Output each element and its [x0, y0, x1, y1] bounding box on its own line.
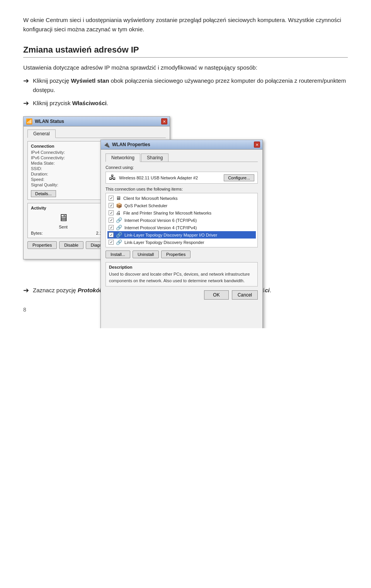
bullet2-bold: Właściwości — [72, 100, 107, 106]
bullet1-bold: Wyświetl stan — [71, 77, 109, 84]
intro-para2: Ustawienia dotyczące adresów IP można sp… — [23, 63, 348, 72]
sent-pc-icon: 🖥 — [58, 212, 68, 224]
configure-button[interactable]: Configure... — [224, 174, 254, 181]
checkbox-lltd-responder[interactable] — [109, 240, 114, 245]
wlan-props-title-bar: 🔌 WLAN Properties ✕ — [101, 140, 262, 150]
item-label-client-networks: Client for Microsoft Networks — [123, 196, 178, 201]
section-divider — [23, 57, 348, 58]
wlan-status-close-btn[interactable]: ✕ — [161, 118, 167, 124]
cancel-button[interactable]: Cancel — [232, 290, 258, 300]
wlan-props-window: 🔌 WLAN Properties ✕ Networking Sharing C… — [100, 140, 263, 328]
checkbox-ipv6[interactable] — [109, 218, 114, 223]
item-icon-lltd-responder: 🔗 — [116, 239, 122, 245]
install-button[interactable]: Install... — [106, 251, 130, 258]
wlan-props-tab-bar: Networking Sharing — [106, 153, 258, 162]
wlan-props-body: Networking Sharing Connect using: 🖧 Wire… — [101, 150, 262, 303]
label-duration: Duration: — [31, 172, 48, 176]
checkbox-ipv4[interactable] — [109, 225, 114, 230]
tab-networking[interactable]: Networking — [106, 153, 140, 162]
details-button[interactable]: Details... — [31, 190, 56, 197]
bullet2-suffix: . — [107, 100, 108, 106]
wlan-status-title-bar: 📶 WLAN Status ✕ — [24, 117, 170, 126]
sent-label: Sent — [59, 225, 68, 229]
tab-general[interactable]: General — [27, 130, 56, 138]
checkbox-file-printer[interactable] — [109, 210, 114, 215]
item-file-printer[interactable]: 🖨 File and Printer Sharing for Microsoft… — [107, 209, 256, 216]
label-speed: Speed: — [31, 177, 44, 182]
checkbox-client-networks[interactable] — [109, 196, 114, 201]
ok-cancel-row: OK Cancel — [106, 290, 258, 300]
wlan-props-title-text: 🔌 WLAN Properties — [103, 141, 150, 148]
conn-uses-label: This connection uses the following items… — [106, 187, 258, 191]
label-ipv6: IPv6 Connectivity: — [31, 155, 65, 160]
item-label-file-printer: File and Printer Sharing for Microsoft N… — [123, 211, 211, 215]
description-text: Used to discover and locate other PCs, d… — [109, 271, 254, 284]
arrow-icon-3: ➔ — [23, 286, 29, 295]
adapter-name: Wireless 802.11 USB Network Adapter #2 — [119, 176, 198, 180]
item-icon-qos: 📦 — [116, 203, 122, 208]
tab-sharing[interactable]: Sharing — [141, 153, 168, 162]
props-properties-button[interactable]: Properties — [161, 251, 191, 258]
checkbox-lltd-mapper[interactable] — [109, 232, 114, 237]
bullet-text-1: Kliknij pozycję Wyświetl stan obok połąc… — [33, 76, 348, 95]
item-label-lltd-mapper: Link-Layer Topology Discovery Mapper I/O… — [124, 233, 217, 237]
adapter-icon: 🖧 — [109, 174, 116, 182]
description-title: Description — [109, 265, 254, 269]
props-install-btns-row: Install... Uninstall Properties — [106, 251, 258, 258]
item-lltd-responder[interactable]: 🔗 Link-Layer Topology Discovery Responde… — [107, 239, 256, 246]
label-ipv4: IPv4 Connectivity: — [31, 150, 65, 155]
arrow-icon-2: ➔ — [23, 99, 29, 107]
bullet2-prefix: Kliknij przycisk — [33, 100, 72, 106]
ok-button[interactable]: OK — [204, 290, 228, 300]
item-icon-ipv6: 🔗 — [116, 217, 122, 223]
items-list: 🖥 Client for Microsoft Networks 📦 QoS Pa… — [106, 193, 258, 247]
item-icon-ipv4: 🔗 — [116, 225, 122, 230]
properties-button[interactable]: Properties — [27, 241, 57, 249]
item-label-ipv4: Internet Protocol Version 4 (TCP/IPv4) — [124, 225, 197, 230]
wlan-status-tab-bar: General — [27, 130, 166, 138]
wlan-status-icon: 📶 — [26, 118, 32, 124]
item-icon-lltd-mapper: 🔗 — [116, 232, 122, 238]
wlan-status-title-text: 📶 WLAN Status — [26, 118, 64, 124]
connect-using-row: 🖧 Wireless 802.11 USB Network Adapter #2… — [106, 172, 258, 184]
bullet-item-1: ➔ Kliknij pozycję Wyświetl stan obok poł… — [23, 76, 348, 95]
wlan-props-icon: 🔌 — [103, 141, 110, 148]
section-heading: Zmiana ustawień adresów IP — [23, 45, 348, 55]
disable-button[interactable]: Disable — [59, 241, 83, 249]
label-media: Media State: — [31, 161, 55, 165]
screenshots-area: 📶 WLAN Status ✕ General Connection IPv4 … — [23, 116, 348, 279]
item-lltd-mapper[interactable]: 🔗 Link-Layer Topology Discovery Mapper I… — [107, 231, 256, 239]
bullet3-end: . — [270, 287, 271, 293]
bullet-item-2: ➔ Kliknij przycisk Właściwości. — [23, 99, 348, 108]
uninstall-button[interactable]: Uninstall — [133, 251, 159, 258]
bullet3-prefix: Zaznacz pozycję — [33, 287, 78, 293]
item-qos[interactable]: 📦 QoS Packet Scheduler — [107, 202, 256, 209]
intro-para1: W oknie Centrum sieci i udostępniania wy… — [23, 15, 348, 34]
item-label-qos: QoS Packet Scheduler — [124, 203, 167, 208]
item-icon-client: 🖥 — [116, 195, 121, 201]
label-ssid: SSID: — [31, 166, 42, 171]
bullet1-prefix: Kliknij pozycję — [33, 77, 71, 84]
item-icon-file-printer: 🖨 — [116, 210, 121, 216]
arrow-icon-1: ➔ — [23, 77, 29, 85]
bullet-text-2: Kliknij przycisk Właściwości. — [33, 99, 108, 108]
connect-using-label: Connect using: — [106, 165, 258, 170]
item-label-lltd-responder: Link-Layer Topology Discovery Responder — [124, 240, 204, 245]
item-client-networks[interactable]: 🖥 Client for Microsoft Networks — [107, 194, 256, 202]
label-signal: Signal Quality: — [31, 182, 58, 187]
item-ipv6[interactable]: 🔗 Internet Protocol Version 6 (TCP/IPv6) — [107, 216, 256, 224]
bytes-label: Bytes: — [31, 231, 43, 235]
checkbox-qos[interactable] — [109, 203, 114, 208]
item-ipv4[interactable]: 🔗 Internet Protocol Version 4 (TCP/IPv4) — [107, 224, 256, 231]
description-box: Description Used to discover and locate … — [106, 262, 258, 286]
sent-col: 🖥 Sent — [58, 212, 68, 229]
item-label-ipv6: Internet Protocol Version 6 (TCP/IPv6) — [124, 218, 197, 223]
wlan-props-close-btn[interactable]: ✕ — [254, 141, 260, 148]
